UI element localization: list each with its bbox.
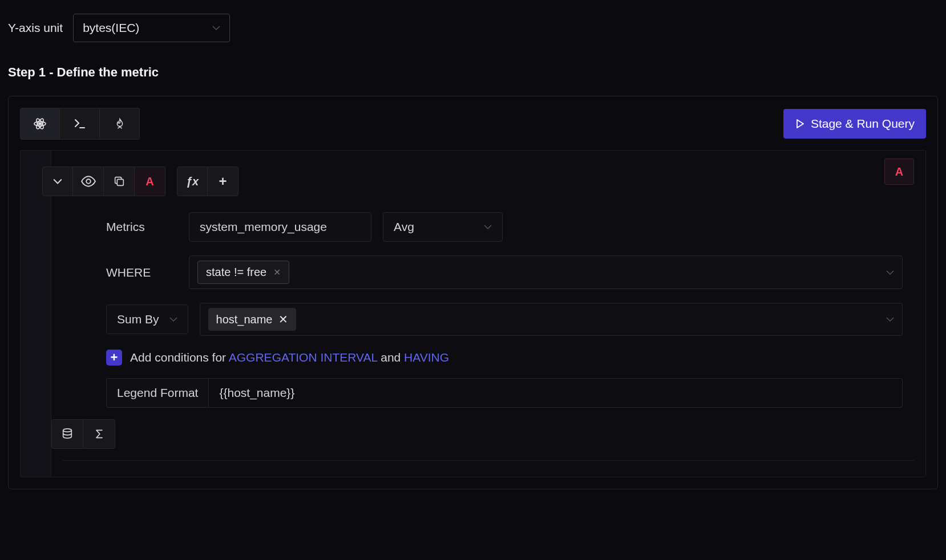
legend-row: Legend Format {{host_name}} xyxy=(32,378,914,408)
svg-point-6 xyxy=(63,429,72,432)
flame-icon xyxy=(114,117,126,131)
groupby-tag: host_name ✕ xyxy=(208,308,296,331)
having-link[interactable]: HAVING xyxy=(404,351,449,364)
add-conditions-row: + Add conditions for AGGREGATION INTERVA… xyxy=(32,350,914,366)
sigma-button[interactable] xyxy=(83,419,115,449)
close-icon[interactable]: ✕ xyxy=(278,313,288,326)
step-header: Step 1 - Define the metric xyxy=(8,65,938,80)
query-body: A ƒx + A Metrics system_memory_usage xyxy=(20,150,926,477)
stage-run-query-button[interactable]: Stage & Run Query xyxy=(783,109,926,139)
query-letter-a: A xyxy=(145,175,153,188)
add-conditions-button[interactable]: + xyxy=(106,350,122,366)
collapse-button[interactable] xyxy=(42,167,73,196)
chevron-down-icon xyxy=(212,25,220,31)
run-button-label: Stage & Run Query xyxy=(811,117,915,131)
fx-label: ƒx xyxy=(186,175,199,188)
builder-mode-button[interactable] xyxy=(20,108,60,140)
chevron-down-icon xyxy=(484,224,492,230)
query-letter-badge-text: A xyxy=(895,165,903,178)
plus-icon: + xyxy=(219,173,227,189)
query-letter-button[interactable]: A xyxy=(135,167,165,196)
query-gutter xyxy=(21,151,51,477)
play-icon xyxy=(795,119,805,129)
metric-value: system_memory_usage xyxy=(200,220,327,233)
legend-format-value: {{host_name}} xyxy=(219,386,294,399)
define-metric-panel: Stage & Run Query xyxy=(8,96,938,489)
groupby-row: Sum By host_name ✕ xyxy=(32,303,914,336)
query-mode-toolbar xyxy=(20,108,140,140)
bottom-toolbar xyxy=(51,419,914,449)
add-conditions-text: Add conditions for AGGREGATION INTERVAL … xyxy=(130,351,449,364)
database-icon xyxy=(61,428,74,440)
visibility-button[interactable] xyxy=(73,167,104,196)
bottom-divider xyxy=(63,460,914,461)
addcond-prefix: Add conditions for xyxy=(130,351,229,364)
atom-icon xyxy=(33,117,47,131)
chevron-down-icon xyxy=(886,270,894,275)
addcond-mid: and xyxy=(377,351,404,364)
svg-point-4 xyxy=(86,179,91,184)
add-function-button[interactable]: + xyxy=(208,167,238,196)
database-button[interactable] xyxy=(51,419,83,449)
where-label: WHERE xyxy=(106,266,189,279)
groupby-select[interactable]: Sum By xyxy=(106,305,188,334)
sigma-icon xyxy=(94,428,105,440)
groupby-label: Sum By xyxy=(117,313,159,326)
where-tag-text: state != free xyxy=(206,266,266,279)
metrics-label: Metrics xyxy=(106,220,189,234)
yaxis-unit-label: Y-axis unit xyxy=(8,21,63,35)
metric-input[interactable]: system_memory_usage xyxy=(189,212,371,242)
function-button[interactable]: ƒx xyxy=(177,167,208,196)
flame-mode-button[interactable] xyxy=(100,108,140,140)
groupby-input[interactable]: host_name ✕ xyxy=(200,303,903,336)
close-icon[interactable]: ✕ xyxy=(273,267,281,278)
aggregation-interval-link[interactable]: AGGREGATION INTERVAL xyxy=(229,351,378,364)
groupby-tag-text: host_name xyxy=(216,313,273,326)
where-row: WHERE state != free ✕ xyxy=(106,255,903,289)
copy-icon xyxy=(113,175,126,188)
chevron-down-icon xyxy=(886,316,894,322)
legend-format-label: Legend Format xyxy=(106,378,208,408)
plus-icon: + xyxy=(111,350,118,365)
where-tag: state != free ✕ xyxy=(197,261,289,284)
query-item-toolbar: A xyxy=(42,167,165,196)
yaxis-unit-value: bytes(IEC) xyxy=(83,21,139,35)
metrics-row: Metrics system_memory_usage Avg xyxy=(106,212,903,242)
terminal-icon xyxy=(73,117,87,131)
svg-point-0 xyxy=(39,123,41,125)
svg-rect-5 xyxy=(117,179,123,185)
terminal-mode-button[interactable] xyxy=(60,108,100,140)
query-letter-badge: A xyxy=(884,159,914,185)
aggregation-value: Avg xyxy=(394,220,414,234)
duplicate-button[interactable] xyxy=(104,167,135,196)
legend-format-input[interactable]: {{host_name}} xyxy=(208,378,903,408)
where-input[interactable]: state != free ✕ xyxy=(189,255,903,289)
chevron-down-icon xyxy=(169,316,177,322)
yaxis-unit-select[interactable]: bytes(IEC) xyxy=(73,14,230,42)
function-group: ƒx + xyxy=(177,167,238,196)
aggregation-select[interactable]: Avg xyxy=(383,212,503,242)
chevron-down-icon xyxy=(53,178,62,185)
eye-icon xyxy=(81,176,96,187)
